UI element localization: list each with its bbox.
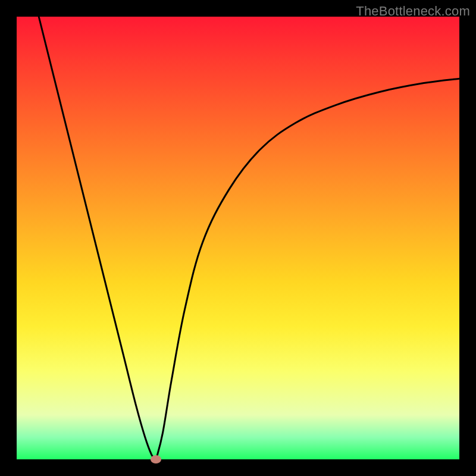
minimum-marker (151, 455, 161, 464)
chart-plot-area (17, 17, 459, 459)
watermark-text: TheBottleneck.com (356, 4, 470, 19)
